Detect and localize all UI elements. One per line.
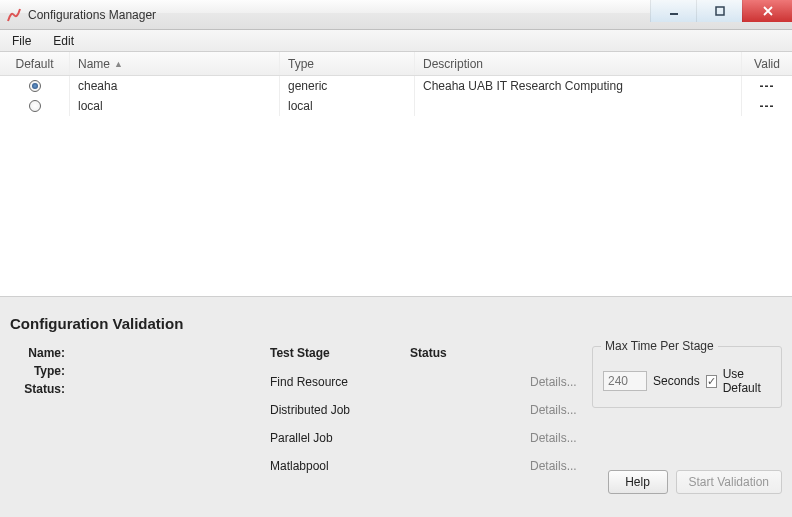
col-header-valid[interactable]: Valid (742, 52, 792, 75)
validation-stages: Test Stage Status Find Resource Details.… (270, 346, 582, 494)
cell-type: local (280, 96, 415, 116)
max-time-group: Max Time Per Stage Seconds Use Default (592, 346, 782, 408)
table-header-row: Default Name ▲ Type Description Valid (0, 52, 792, 76)
window-controls (650, 0, 792, 22)
table-row[interactable]: local local --- (0, 96, 792, 116)
minimize-button[interactable] (650, 0, 696, 22)
label-type: Type: (10, 364, 65, 378)
cell-description (415, 96, 742, 116)
col-header-type[interactable]: Type (280, 52, 415, 75)
close-button[interactable] (742, 0, 792, 22)
svg-rect-0 (670, 13, 678, 15)
validation-panel: Configuration Validation Name: Type: Sta… (0, 297, 792, 504)
cell-valid: --- (742, 76, 792, 96)
col-header-name-label: Name (78, 57, 110, 71)
app-icon (6, 7, 22, 23)
sort-ascending-icon: ▲ (114, 59, 123, 69)
window-title: Configurations Manager (28, 8, 156, 22)
default-radio-cell (0, 96, 70, 116)
details-link[interactable]: Details... (530, 431, 577, 445)
col-header-default[interactable]: Default (0, 52, 70, 75)
menu-file[interactable]: File (6, 32, 37, 50)
stage-row: Parallel Job Details... (270, 424, 582, 452)
menu-bar: File Edit (0, 30, 792, 52)
stage-row: Find Resource Details... (270, 368, 582, 396)
cell-name: local (70, 96, 280, 116)
cell-name: cheaha (70, 76, 280, 96)
max-time-input[interactable] (603, 371, 647, 391)
cell-valid: --- (742, 96, 792, 116)
max-time-legend: Max Time Per Stage (601, 339, 718, 353)
stage-name: Matlabpool (270, 459, 410, 473)
stage-name: Find Resource (270, 375, 410, 389)
default-radio[interactable] (29, 80, 41, 92)
label-name: Name: (10, 346, 65, 360)
details-link[interactable]: Details... (530, 375, 577, 389)
stage-row: Distributed Job Details... (270, 396, 582, 424)
col-header-type-label: Type (288, 57, 314, 71)
col-header-description-label: Description (423, 57, 483, 71)
cell-description: Cheaha UAB IT Research Computing (415, 76, 742, 96)
col-header-valid-label: Valid (754, 57, 780, 71)
menu-edit[interactable]: Edit (47, 32, 80, 50)
stage-name: Distributed Job (270, 403, 410, 417)
validation-summary: Name: Type: Status: (10, 346, 260, 494)
max-time-unit: Seconds (653, 374, 700, 388)
cell-type: generic (280, 76, 415, 96)
start-validation-button[interactable]: Start Validation (676, 470, 783, 494)
validation-options: Max Time Per Stage Seconds Use Default H… (592, 346, 782, 494)
stage-header-stage: Test Stage (270, 346, 410, 360)
default-radio-cell (0, 76, 70, 96)
col-header-name[interactable]: Name ▲ (70, 52, 280, 75)
stage-header-status: Status (410, 346, 530, 360)
default-radio[interactable] (29, 100, 41, 112)
label-status: Status: (10, 382, 65, 396)
col-header-description[interactable]: Description (415, 52, 742, 75)
title-bar: Configurations Manager (0, 0, 792, 30)
use-default-label: Use Default (723, 367, 771, 395)
details-link[interactable]: Details... (530, 459, 577, 473)
col-header-default-label: Default (15, 57, 53, 71)
svg-rect-1 (716, 7, 724, 15)
help-button[interactable]: Help (608, 470, 668, 494)
table-row[interactable]: cheaha generic Cheaha UAB IT Research Co… (0, 76, 792, 96)
details-link[interactable]: Details... (530, 403, 577, 417)
stage-row: Matlabpool Details... (270, 452, 582, 480)
configurations-table: Default Name ▲ Type Description Valid ch… (0, 52, 792, 297)
stage-name: Parallel Job (270, 431, 410, 445)
maximize-button[interactable] (696, 0, 742, 22)
use-default-checkbox[interactable] (706, 375, 717, 388)
validation-section-title: Configuration Validation (10, 315, 782, 332)
